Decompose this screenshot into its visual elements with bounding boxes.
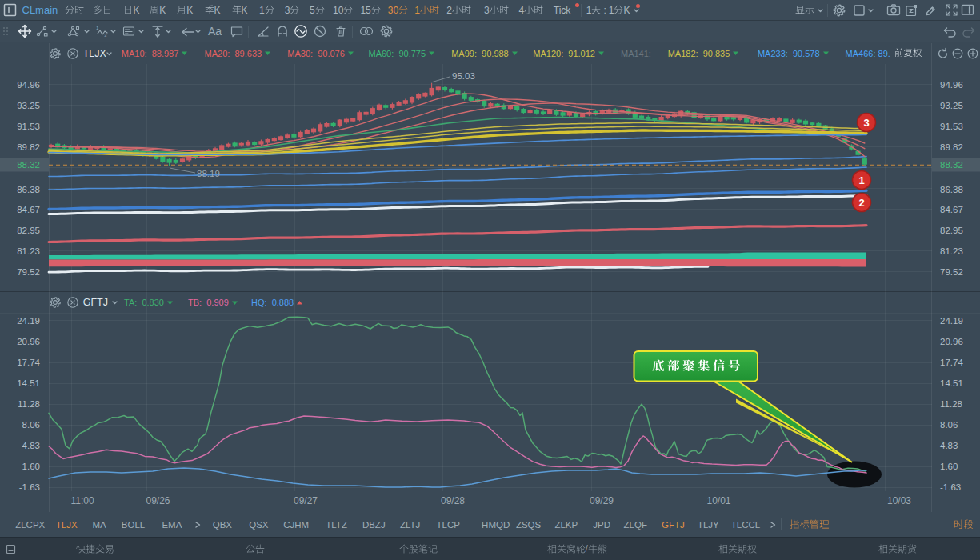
svg-text:-1.63: -1.63 [19, 482, 40, 492]
svg-text:17.74: 17.74 [17, 358, 40, 367]
svg-text:88.32: 88.32 [940, 160, 963, 170]
svg-text:11.28: 11.28 [940, 399, 962, 409]
svg-text:3: 3 [863, 117, 869, 129]
svg-text:94.96: 94.96 [17, 80, 40, 90]
svg-text:91.53: 91.53 [940, 122, 963, 131]
svg-text:79.52: 79.52 [17, 267, 40, 277]
svg-text:86.38: 86.38 [940, 185, 963, 194]
svg-text:82.95: 82.95 [17, 226, 40, 235]
svg-text:81.23: 81.23 [940, 246, 963, 256]
svg-text:17.74: 17.74 [940, 358, 963, 367]
svg-text:91.53: 91.53 [17, 122, 40, 131]
svg-text:11.28: 11.28 [18, 399, 40, 409]
svg-text:2: 2 [858, 197, 864, 209]
svg-text:93.25: 93.25 [17, 101, 40, 110]
svg-text:84.67: 84.67 [17, 205, 40, 214]
svg-text:89.82: 89.82 [17, 142, 40, 152]
svg-text:93.25: 93.25 [940, 101, 963, 110]
svg-text:1.60: 1.60 [22, 462, 40, 471]
svg-text:24.19: 24.19 [17, 316, 40, 326]
svg-text:3: 3 [104, 33, 107, 38]
svg-text:4.83: 4.83 [22, 441, 40, 450]
svg-text:94.96: 94.96 [940, 80, 963, 90]
svg-text:09/27: 09/27 [294, 495, 318, 506]
svg-text:09/26: 09/26 [146, 495, 170, 506]
svg-text:8.06: 8.06 [22, 420, 40, 430]
svg-text:14.51: 14.51 [17, 378, 40, 388]
svg-text:4.83: 4.83 [940, 441, 958, 450]
svg-text:1: 1 [96, 26, 99, 30]
svg-text:-1.63: -1.63 [940, 482, 961, 492]
svg-text:95.03: 95.03 [452, 71, 475, 81]
svg-text:14.51: 14.51 [940, 378, 963, 388]
svg-text:82.95: 82.95 [940, 226, 963, 235]
svg-text:24.19: 24.19 [940, 316, 963, 326]
svg-text:10/01: 10/01 [706, 495, 730, 506]
svg-text:88.19: 88.19 [197, 169, 220, 178]
svg-text:20.96: 20.96 [17, 337, 40, 346]
svg-text:1: 1 [858, 174, 864, 186]
svg-text:79.52: 79.52 [940, 267, 963, 277]
svg-text:81.23: 81.23 [17, 246, 40, 256]
svg-text:09/28: 09/28 [441, 495, 465, 506]
svg-text:1.60: 1.60 [940, 462, 958, 471]
svg-text:20.96: 20.96 [940, 337, 963, 346]
svg-text:86.38: 86.38 [17, 185, 40, 194]
svg-text:8.06: 8.06 [940, 420, 958, 430]
svg-text:09/29: 09/29 [590, 495, 614, 506]
svg-text:11:00: 11:00 [70, 495, 94, 506]
svg-text:88.32: 88.32 [17, 160, 40, 170]
svg-text:89.82: 89.82 [940, 142, 963, 152]
svg-text:84.67: 84.67 [940, 205, 963, 214]
svg-text:10/03: 10/03 [887, 495, 911, 506]
